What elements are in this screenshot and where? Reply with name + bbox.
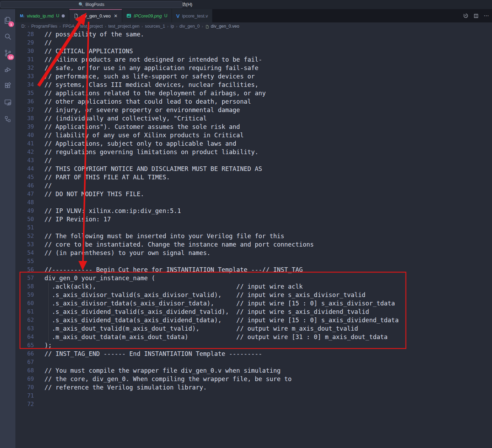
source-control-icon[interactable]: 13 bbox=[0, 45, 15, 61]
code-line[interactable]: // DO NOT MODIFY THIS FILE. bbox=[39, 190, 144, 198]
run-and-debug-icon[interactable] bbox=[0, 61, 15, 78]
tab-ipcore-test-v[interactable]: V ipcore_test.v bbox=[172, 9, 213, 22]
code-line[interactable] bbox=[39, 257, 44, 266]
code-line[interactable]: .m_axis_dout_tvalid(m_axis_dout_tvalid),… bbox=[39, 324, 358, 333]
breadcrumb-item[interactable]: ip bbox=[171, 24, 174, 29]
close-tab-icon[interactable]: ✕ bbox=[114, 13, 118, 19]
code-line[interactable]: // applications related to the deploymen… bbox=[39, 89, 266, 97]
remote-explorer-icon[interactable] bbox=[0, 94, 15, 111]
code-line[interactable]: .s_axis_divisor_tdata(s_axis_divisor_tda… bbox=[39, 299, 395, 308]
command-center-search[interactable]: 🔍 BlogPosts bbox=[0, 1, 183, 8]
code-line[interactable] bbox=[39, 223, 44, 232]
code-line[interactable]: // THIS COPYRIGHT NOTICE AND DISCLAIMER … bbox=[39, 165, 262, 173]
code-line[interactable]: .s_axis_dividend_tdata(s_axis_dividend_t… bbox=[39, 316, 399, 324]
breadcrumb-item[interactable]: test_project.gen bbox=[108, 24, 139, 29]
timeline-history-icon[interactable] bbox=[463, 13, 469, 19]
code-editor[interactable]: 28// possibility of the same.29//30// CR… bbox=[15, 30, 492, 448]
split-editor-icon[interactable] bbox=[473, 13, 479, 19]
code-line[interactable]: // regulations governing limitations on … bbox=[39, 148, 258, 156]
breadcrumb-item[interactable]: FPGA bbox=[63, 24, 75, 29]
breadcrumb-item[interactable]: div_gen_0 bbox=[180, 24, 200, 29]
code-row: 43// bbox=[15, 156, 492, 165]
code-line[interactable]: // the core, div_gen_0. When compiling t… bbox=[39, 375, 292, 383]
line-number: 42 bbox=[15, 148, 39, 156]
code-line[interactable]: // You must compile the wrapper file div… bbox=[39, 366, 280, 375]
breadcrumb-item[interactable]: div_gen_0.veo bbox=[211, 24, 239, 29]
code-line[interactable]: // (in parentheses) to your own signal n… bbox=[39, 249, 210, 257]
code-line[interactable]: // reference the Verilog simulation libr… bbox=[39, 383, 207, 392]
code-line[interactable]: // (individually and collectively, "Crit… bbox=[39, 114, 207, 123]
line-number: 35 bbox=[15, 89, 39, 97]
code-line[interactable]: // injury, or severe property or environ… bbox=[39, 106, 240, 114]
breadcrumb-item[interactable]: sources_1 bbox=[145, 24, 165, 29]
code-line[interactable]: // PART OF THIS FILE AT ALL TIMES. bbox=[39, 173, 170, 181]
tab-label: ipcore_test.v bbox=[182, 13, 208, 19]
extensions-icon[interactable] bbox=[0, 78, 15, 94]
code-line[interactable]: // bbox=[39, 156, 52, 165]
code-line[interactable]: // Xilinx products are not designed or i… bbox=[39, 55, 262, 64]
line-number: 39 bbox=[15, 123, 39, 131]
code-line[interactable]: // possibility of the same. bbox=[39, 30, 144, 39]
code-row: 55 bbox=[15, 257, 492, 266]
code-line[interactable] bbox=[39, 198, 44, 207]
tab-div-gen-0-veo[interactable]: div_gen_0.veo ✕ bbox=[69, 9, 122, 22]
code-line[interactable]: // liability of any use of Xilinx produc… bbox=[39, 131, 244, 139]
code-line[interactable]: // IP VLNV: xilinx.com:ip:div_gen:5.1 bbox=[39, 207, 181, 215]
tab-vivado-ip-md[interactable]: M↓ vivado_ip.md U bbox=[16, 9, 69, 22]
explorer-badge: 1 bbox=[8, 21, 14, 27]
code-line[interactable]: // core to be instantiated. Change the i… bbox=[39, 240, 314, 249]
line-number: 36 bbox=[15, 97, 39, 106]
code-line[interactable]: // systems, Class III medical devices, n… bbox=[39, 81, 258, 89]
code-line[interactable]: //----------- Begin Cut here for INSTANT… bbox=[39, 266, 303, 274]
explorer-icon[interactable]: 1 bbox=[0, 12, 15, 28]
tab-ipcore09-png[interactable]: IPCore09.png U bbox=[122, 9, 172, 22]
code-line[interactable]: .aclk(aclk), // input wire aclk bbox=[39, 282, 303, 291]
code-line[interactable]: .m_axis_dout_tdata(m_axis_dout_tdata) //… bbox=[39, 333, 388, 341]
line-number: 69 bbox=[15, 375, 39, 383]
code-line[interactable] bbox=[39, 400, 44, 408]
breadcrumb-item[interactable]: test_project bbox=[80, 24, 103, 29]
code-row: 28// possibility of the same. bbox=[15, 30, 492, 39]
line-number: 46 bbox=[15, 181, 39, 190]
code-line[interactable]: // bbox=[39, 181, 52, 190]
file-icon bbox=[74, 13, 78, 19]
code-line[interactable]: ); bbox=[39, 341, 52, 350]
chevron-right-icon: › bbox=[105, 24, 106, 28]
code-line[interactable]: // CRITICAL APPLICATIONS bbox=[39, 47, 133, 55]
search-label: BlogPosts bbox=[85, 2, 104, 7]
more-actions-icon[interactable]: ⋯ bbox=[484, 13, 489, 19]
code-line[interactable] bbox=[39, 358, 44, 366]
line-number: 63 bbox=[15, 324, 39, 333]
line-number: 64 bbox=[15, 333, 39, 341]
code-row: 52// The following must be inserted into… bbox=[15, 232, 492, 240]
code-line[interactable] bbox=[39, 392, 44, 400]
code-row: 71 bbox=[15, 392, 492, 400]
code-line[interactable]: // INST_TAG_END ------ End INSTANTIATION… bbox=[39, 350, 262, 358]
code-line[interactable]: .s_axis_dividend_tvalid(s_axis_dividend_… bbox=[39, 308, 369, 316]
code-line[interactable]: // performance, such as life-support or … bbox=[39, 72, 255, 81]
code-row: 40// liability of any use of Xilinx prod… bbox=[15, 131, 492, 139]
breadcrumb-item[interactable]: D: bbox=[21, 24, 26, 29]
code-line[interactable]: // other applications that could lead to… bbox=[39, 97, 251, 106]
line-number: 55 bbox=[15, 257, 39, 266]
code-line[interactable]: // Applications, subject only to applica… bbox=[39, 139, 236, 148]
code-line[interactable]: // Applications"). Customer assumes the … bbox=[39, 123, 240, 131]
code-line[interactable]: div_gen_0 your_instance_name ( bbox=[39, 274, 155, 282]
code-row: 35// applications related to the deploym… bbox=[15, 89, 492, 97]
hierarchy-view-icon[interactable] bbox=[0, 111, 15, 127]
unsaved-dot-icon[interactable] bbox=[62, 14, 65, 18]
line-number: 47 bbox=[15, 190, 39, 198]
code-line[interactable]: // IP Revision: 17 bbox=[39, 215, 111, 223]
chevron-right-icon: › bbox=[202, 24, 203, 28]
chevron-right-icon: › bbox=[77, 24, 78, 28]
code-row: 54// (in parentheses) to your own signal… bbox=[15, 249, 492, 257]
code-line[interactable]: // bbox=[39, 39, 52, 47]
line-number: 40 bbox=[15, 131, 39, 139]
code-line[interactable]: // The following must be inserted into y… bbox=[39, 232, 284, 240]
code-line[interactable]: // safe, or for use in any application r… bbox=[39, 64, 258, 72]
breadcrumb-item[interactable]: ProgramFiles bbox=[31, 24, 57, 29]
search-sidebar-icon[interactable] bbox=[0, 28, 15, 45]
code-row: 30// CRITICAL APPLICATIONS bbox=[15, 47, 492, 55]
line-number: 49 bbox=[15, 207, 39, 215]
code-line[interactable]: .s_axis_divisor_tvalid(s_axis_divisor_tv… bbox=[39, 291, 366, 299]
